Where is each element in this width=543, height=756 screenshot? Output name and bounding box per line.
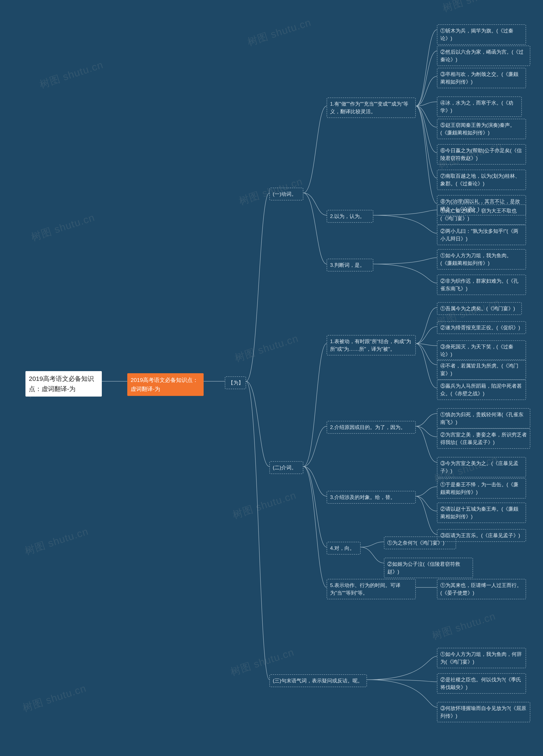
leaf[interactable]: ⑤赵王窃闻秦王善为(演奏)秦声。(《廉颇蔺相如列传》) bbox=[437, 119, 526, 139]
prep-sense-3[interactable]: 3.介绍涉及的对象。给，替。 bbox=[327, 491, 416, 504]
watermark: 树图 shutu.cn bbox=[229, 645, 296, 679]
verb-sense-3[interactable]: 3.判断词，是。 bbox=[327, 259, 373, 271]
section-prep[interactable]: (二)介词。 bbox=[269, 461, 303, 474]
leaf[interactable]: ②然后以六合为家，崤函为宫。(《过秦论》) bbox=[437, 46, 530, 66]
topic-node[interactable]: 2019高考语文必备知识点：虚词翻译-为 bbox=[127, 373, 204, 396]
prep-sense-2[interactable]: 2.介绍原因或目的。为了，因为。 bbox=[327, 421, 416, 434]
leaf[interactable]: ②如姬为公子泣(《信陵君窃符救赵》) bbox=[384, 558, 473, 578]
leaf[interactable]: ①吾属今为之虏矣。(《鸿门宴》) bbox=[437, 302, 522, 315]
leaf[interactable]: ②遂为猾胥报充里正役。(《促织》) bbox=[437, 321, 526, 334]
watermark: 树图 shutu.cn bbox=[441, 0, 508, 15]
leaf[interactable]: ①此亡秦之续耳。窃为大王不取也(《鸿门宴》) bbox=[437, 204, 526, 225]
leaf[interactable]: ③身死国灭，为天下笑，(《过秦论》) bbox=[437, 340, 526, 361]
leaf[interactable]: ④冰，水为之，而寒于水。(《劝学》) bbox=[437, 96, 522, 117]
leaf[interactable]: ②两小儿曰："孰为汝多知乎!"(《两小儿辩日》) bbox=[437, 225, 526, 245]
root-node[interactable]: 2019高考语文必备知识点：虚词翻译-为 bbox=[25, 371, 102, 397]
leaf[interactable]: ②请以赵十五城为秦王寿。(《廉颇蔺相如列传》) bbox=[437, 503, 526, 523]
leaf[interactable]: ④不者，若属皆且为所虏。(《鸿门宴》) bbox=[437, 359, 526, 380]
watermark: 树图 shutu.cn bbox=[231, 488, 298, 522]
watermark: 树图 shutu.cn bbox=[21, 681, 88, 715]
leaf[interactable]: ③何故怀瑾握瑜而自令见放为?(《屈原列传》) bbox=[437, 702, 530, 722]
leaf[interactable]: ①慎勿为归死，贵贱轻何薄(《孔雀东南飞》) bbox=[437, 408, 530, 429]
leaf[interactable]: ①斩木为兵，揭竿为旗。(《过秦论》) bbox=[437, 24, 526, 45]
wei-node[interactable]: 【为】 bbox=[225, 376, 246, 389]
prep-sense-4[interactable]: 4.对，向。 bbox=[327, 542, 361, 555]
watermark: 树图 shutu.cn bbox=[23, 524, 90, 558]
leaf[interactable]: ②为宫室之美，妻妾之奉，所识穷乏者得我欤(《庄暴见孟子》) bbox=[437, 428, 530, 449]
verb-sense-2[interactable]: 2.以为，认为。 bbox=[327, 210, 373, 223]
leaf[interactable]: ①为其来也，臣请缚一人过王而行。(《晏子使楚》) bbox=[437, 579, 526, 599]
leaf[interactable]: ①如今人方为刀俎，我为鱼肉。(《廉颇蔺相如列传》) bbox=[437, 249, 526, 270]
verb-sense-1[interactable]: 1.有"做""作为""充当""变成""成为"等义，翻译比较灵活。 bbox=[327, 98, 416, 118]
watermark: 树图 shutu.cn bbox=[38, 58, 105, 91]
leaf[interactable]: ①如今人方为刀俎，我为鱼肉，何辞为(《鸿门宴》) bbox=[437, 648, 526, 668]
leaf[interactable]: ②是社稷之臣也。何以伐为?(《季氏将伐颛臾》) bbox=[437, 673, 526, 694]
mindmap-canvas: 树图 shutu.cn 树图 shutu.cn 树图 shutu.cn 树图 s… bbox=[0, 0, 543, 756]
prep-sense-1[interactable]: 1.表被动，有时跟"所"结合，构成"为所"或"为……所"，译为"被"。 bbox=[327, 335, 416, 355]
leaf[interactable]: ③今为宫室之美为之。(《庄暴见孟子》) bbox=[437, 457, 526, 477]
leaf[interactable]: ①于是秦王不怿，为一击缶。(《廉颇蔺相如列传》) bbox=[437, 478, 526, 499]
section-final-particle[interactable]: (三)句末语气词，表示疑问或反诘。呢。 bbox=[269, 674, 367, 687]
watermark: 树图 shutu.cn bbox=[246, 15, 313, 49]
leaf[interactable]: ①为之奈何?(《鸿门宴》) bbox=[384, 537, 456, 549]
leaf[interactable]: ⑤羸兵为人马所蹈藉，陷泥中死者甚众。(《赤壁之战》) bbox=[437, 380, 526, 400]
leaf[interactable]: ②非为织作迟，群家妇难为。(《孔雀东南飞》) bbox=[437, 275, 526, 295]
leaf[interactable]: ⑥今日嬴之为(帮助)公子亦足矣(《信陵君窃符救赵》) bbox=[437, 144, 526, 165]
prep-sense-5[interactable]: 5.表示动作、行为的时间。可译为"当""等到"等。 bbox=[327, 579, 416, 599]
leaf[interactable]: ③卒相与欢，为刎颈之交。(《廉颇蔺相如列传》) bbox=[437, 68, 526, 88]
section-verb[interactable]: (一)动词。 bbox=[269, 188, 303, 200]
watermark: 树图 shutu.cn bbox=[233, 331, 300, 365]
watermark: 树图 shutu.cn bbox=[29, 211, 97, 244]
leaf[interactable]: ⑦南取百越之地，以为(划为)桂林、象郡。(《过秦论》) bbox=[437, 170, 526, 190]
watermark: 树图 shutu.cn bbox=[430, 609, 497, 643]
